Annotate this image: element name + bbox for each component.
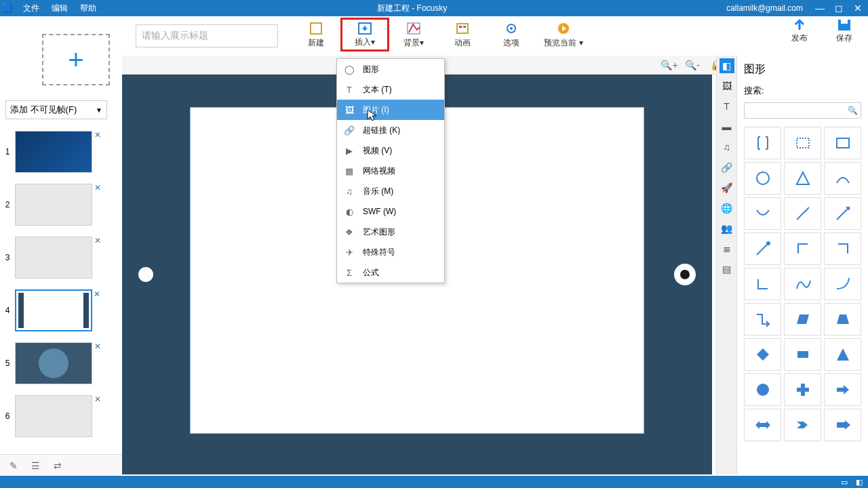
shape-line-dot[interactable] [744,232,781,265]
shape-bezier[interactable] [784,268,821,300]
save-button[interactable]: 保存 [826,18,863,44]
thumbnail-5[interactable]: ✕ [15,342,92,384]
new-label: 新建 [308,37,324,49]
link-tab-icon[interactable]: 🔗 [719,160,734,175]
insert-video[interactable]: ▶视频 (V) [337,140,444,161]
shape-line-diag[interactable] [784,197,821,230]
plus-icon: + [68,45,83,75]
shape-corner-tr[interactable] [824,232,861,265]
shape-line-arrow[interactable] [824,197,861,230]
menu-edit[interactable]: 编辑 [46,1,73,16]
insert-swf[interactable]: ◐SWF (W) [337,201,444,222]
shape-arrow-block[interactable] [824,409,861,441]
status-icon-1[interactable]: ▭ [841,478,848,487]
shape-circle[interactable] [744,162,781,195]
menu-help[interactable]: 帮助 [75,1,102,16]
shape-search-input[interactable]: 🔍 [744,102,861,119]
globe-tab-icon[interactable]: 🌐 [719,201,734,216]
shape-filled-rect[interactable] [784,338,821,371]
insert-art[interactable]: ❖艺术图形 [337,222,444,242]
thumb-bottom-tools: ✎ ☰ ⇄ [0,454,122,476]
edit-icon[interactable]: ✎ [9,460,18,471]
thumbnail-4[interactable]: ✕ [15,289,92,331]
insert-hyperlink[interactable]: 🔗超链接 (K) [337,120,444,140]
insert-button[interactable]: 插入▾ [340,18,389,52]
prev-dot[interactable] [138,267,153,282]
rocket-tab-icon[interactable]: 🚀 [719,180,734,195]
shape-triangle[interactable] [784,162,821,195]
close-thumb-icon[interactable]: ✕ [94,183,101,192]
close-thumb-icon[interactable]: ✕ [94,130,101,140]
text-tab-icon[interactable]: T [719,99,734,114]
people-tab-icon[interactable]: 👥 [719,221,734,236]
zoom-out-icon[interactable]: 🔍- [684,58,701,72]
add-frame-box[interactable]: + [42,34,110,85]
thumbnail-1[interactable]: ✕ [15,131,92,173]
shape-plus[interactable] [784,373,821,406]
insert-symbol[interactable]: ✈特殊符号 [337,242,444,262]
video-icon: ▶ [344,146,355,156]
shape-arrow-chev[interactable] [784,409,821,441]
options-button[interactable]: 选项 [487,18,536,52]
shape-arrow-right[interactable] [824,373,861,406]
next-dot[interactable] [674,264,696,285]
thumb-number: 5 [0,359,15,368]
swap-icon[interactable]: ⇄ [54,460,62,471]
shapes-grid [744,127,861,441]
shape-curve-down[interactable] [744,197,781,230]
new-button[interactable]: 新建 [292,18,340,52]
close-thumb-icon[interactable]: ✕ [94,342,101,351]
zoom-in-icon[interactable]: 🔍+ [660,58,678,72]
shape-zigzag[interactable] [744,303,781,336]
formula-icon: Σ [344,268,355,278]
insert-formula[interactable]: Σ公式 [337,262,444,283]
shape-bracket[interactable] [744,127,781,159]
shape-arc[interactable] [824,162,861,195]
thumb-number: 6 [0,411,15,421]
shape-trapezoid[interactable] [824,303,861,336]
shape-corner-tl[interactable] [784,232,821,265]
music-tab-icon[interactable]: ♫ [719,140,734,155]
svg-point-14 [757,172,769,184]
insert-music[interactable]: ♫音乐 (M) [337,181,444,201]
thumbnail-3[interactable]: ✕ [15,237,92,279]
shape-corner-bl[interactable] [744,268,781,300]
frame-type-select[interactable]: 添加 不可见帧(F) ▼ [5,100,107,119]
close-thumb-icon[interactable]: ✕ [94,394,101,404]
thumbnail-6[interactable]: ✕ [15,395,92,437]
window-title: 新建工程 - Focusky [102,3,722,14]
shapes-tab-icon[interactable]: ◧ [719,58,734,73]
minimize-button[interactable]: — [812,3,827,14]
publish-button[interactable]: 发布 [781,18,818,44]
menu-file[interactable]: 文件 [18,1,45,16]
insert-text[interactable]: T文本 (T) [337,79,444,100]
presentation-title-input[interactable]: 请输入展示标题 [136,24,278,47]
shape-curve-r[interactable] [824,268,861,300]
thumbnail-2[interactable]: ✕ [15,184,92,226]
close-button[interactable]: ✕ [850,3,865,14]
equalizer-tab-icon[interactable]: ≣ [719,241,734,256]
insert-web-video[interactable]: ▦网络视频 [337,161,444,181]
chart-tab-icon[interactable]: ▬ [719,119,734,134]
animation-label: 动画 [454,37,471,49]
layout-tab-icon[interactable]: ▤ [719,262,734,277]
maximize-button[interactable]: ◻ [831,3,846,14]
insert-image[interactable]: 🖼图片 (I) [337,100,444,120]
list-icon[interactable]: ☰ [31,460,40,471]
close-thumb-icon[interactable]: ✕ [94,236,101,245]
shape-rect[interactable] [824,127,861,159]
shape-arrow-lr[interactable] [744,409,781,441]
user-email[interactable]: callamilk@gmail.com [726,3,803,13]
insert-shape[interactable]: ◯图形 [337,59,444,79]
shape-parallelogram[interactable] [784,303,821,336]
status-icon-2[interactable]: ◧ [856,478,863,487]
preview-button[interactable]: 预览当前 ▾ [536,18,591,52]
image-tab-icon[interactable]: 🖼 [719,79,734,94]
background-button[interactable]: 背景▾ [389,18,438,52]
animation-button[interactable]: 动画 [438,18,487,52]
shape-filled-circle[interactable] [744,373,781,406]
shape-diamond[interactable] [744,338,781,371]
shape-filled-triangle[interactable] [824,338,861,371]
close-thumb-icon[interactable]: ✕ [94,289,100,299]
shape-dashed-rect[interactable] [784,127,821,159]
